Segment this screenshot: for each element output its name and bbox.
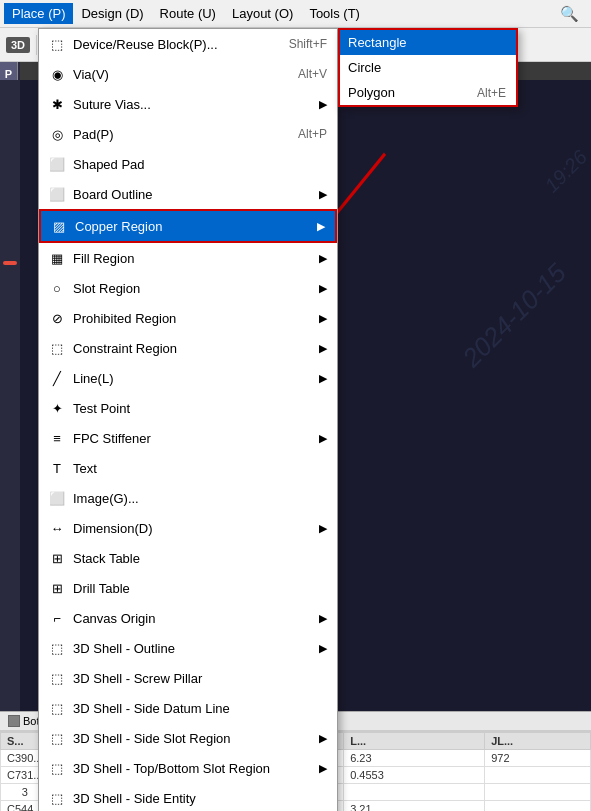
cell-l2-1: 0.4553: [344, 767, 485, 784]
3d-shell-top-bottom-slot-icon: ⬚: [47, 758, 67, 778]
menu-item-copper-region[interactable]: ▨ Copper Region ▶: [39, 209, 337, 243]
menubar-route[interactable]: Route (U): [152, 3, 224, 24]
search-icon[interactable]: 🔍: [552, 5, 587, 23]
menu-item-text-label: Text: [73, 461, 327, 476]
toolbar-sep-1: [36, 35, 37, 55]
menubar-design[interactable]: Design (D): [73, 3, 151, 24]
col-header-l2: L...: [344, 733, 485, 750]
menu-item-constraint-region[interactable]: ⬚ Constraint Region ▶: [39, 333, 337, 363]
line-icon: ╱: [47, 368, 67, 388]
menu-item-via-label: Via(V): [73, 67, 298, 82]
menu-item-device-reuse[interactable]: ⬚ Device/Reuse Block(P)... Shift+F: [39, 29, 337, 59]
menu-item-image[interactable]: ⬜ Image(G)...: [39, 483, 337, 513]
p-tab: P: [0, 62, 18, 80]
text-icon: T: [47, 458, 67, 478]
pad-icon: ◎: [47, 124, 67, 144]
menu-item-pad-shortcut: Alt+P: [298, 127, 327, 141]
submenu-item-rectangle[interactable]: Rectangle: [340, 30, 516, 55]
menu-item-line[interactable]: ╱ Line(L) ▶: [39, 363, 337, 393]
menu-item-test-point[interactable]: ✦ Test Point: [39, 393, 337, 423]
menubar-tools[interactable]: Tools (T): [301, 3, 368, 24]
cell-jl-2: [485, 784, 591, 801]
watermark-5: 19:26: [540, 146, 591, 198]
fpc-stiffener-submenu-arrow: ▶: [319, 432, 327, 445]
left-indicator-2: [3, 261, 17, 265]
constraint-region-submenu-arrow: ▶: [319, 342, 327, 355]
menu-item-fpc-stiffener[interactable]: ≡ FPC Stiffener ▶: [39, 423, 337, 453]
3d-shell-top-bottom-slot-submenu-arrow: ▶: [319, 762, 327, 775]
menu-item-prohibited-region[interactable]: ⊘ Prohibited Region ▶: [39, 303, 337, 333]
menu-item-suture-vias-label: Suture Vias...: [73, 97, 315, 112]
slot-region-submenu-arrow: ▶: [319, 282, 327, 295]
board-outline-submenu-arrow: ▶: [319, 188, 327, 201]
menu-item-stack-table[interactable]: ⊞ Stack Table: [39, 543, 337, 573]
menu-item-3d-shell-screw-label: 3D Shell - Screw Pillar: [73, 671, 327, 686]
menu-item-drill-table[interactable]: ⊞ Drill Table: [39, 573, 337, 603]
menu-item-text[interactable]: T Text: [39, 453, 337, 483]
cell-jl-0: 972: [485, 750, 591, 767]
canvas-origin-icon: ⌐: [47, 608, 67, 628]
menu-item-board-outline[interactable]: ⬜ Board Outline ▶: [39, 179, 337, 209]
menu-item-3d-shell-screw[interactable]: ⬚ 3D Shell - Screw Pillar: [39, 663, 337, 693]
menu-item-slot-region-label: Slot Region: [73, 281, 315, 296]
menu-item-constraint-region-label: Constraint Region: [73, 341, 315, 356]
stack-table-icon: ⊞: [47, 548, 67, 568]
cell-jl-1: [485, 767, 591, 784]
cell-l2-2: [344, 784, 485, 801]
toolbar-3d-badge: 3D: [6, 37, 30, 53]
constraint-region-icon: ⬚: [47, 338, 67, 358]
menu-item-via-shortcut: Alt+V: [298, 67, 327, 81]
menu-item-device-reuse-label: Device/Reuse Block(P)...: [73, 37, 289, 52]
menu-item-3d-shell-side-datum-label: 3D Shell - Side Datum Line: [73, 701, 327, 716]
canvas-origin-submenu-arrow: ▶: [319, 612, 327, 625]
via-icon: ◉: [47, 64, 67, 84]
menu-item-copper-region-label: Copper Region: [75, 219, 313, 234]
menubar-place[interactable]: Place (P): [4, 3, 73, 24]
submenu-circle-label: Circle: [348, 60, 506, 75]
menu-item-suture-vias[interactable]: ✱ Suture Vias... ▶: [39, 89, 337, 119]
submenu-item-polygon[interactable]: Polygon Alt+E: [340, 80, 516, 105]
menu-item-canvas-origin[interactable]: ⌐ Canvas Origin ▶: [39, 603, 337, 633]
device-reuse-icon: ⬚: [47, 34, 67, 54]
menu-item-3d-shell-side-slot-label: 3D Shell - Side Slot Region: [73, 731, 315, 746]
menu-item-via[interactable]: ◉ Via(V) Alt+V: [39, 59, 337, 89]
menu-item-pad[interactable]: ◎ Pad(P) Alt+P: [39, 119, 337, 149]
copper-region-submenu-arrow: ▶: [317, 220, 325, 233]
submenu-rectangle-label: Rectangle: [348, 35, 506, 50]
prohibited-region-icon: ⊘: [47, 308, 67, 328]
menu-item-3d-shell-side-entity-label: 3D Shell - Side Entity: [73, 791, 327, 806]
menu-item-shaped-pad[interactable]: ⬜ Shaped Pad: [39, 149, 337, 179]
menu-item-fill-region-label: Fill Region: [73, 251, 315, 266]
menu-item-prohibited-region-label: Prohibited Region: [73, 311, 315, 326]
dimension-submenu-arrow: ▶: [319, 522, 327, 535]
menu-item-pad-label: Pad(P): [73, 127, 298, 142]
menu-item-3d-shell-side-slot[interactable]: ⬚ 3D Shell - Side Slot Region ▶: [39, 723, 337, 753]
menu-item-drill-table-label: Drill Table: [73, 581, 327, 596]
menu-item-fill-region[interactable]: ▦ Fill Region ▶: [39, 243, 337, 273]
col-header-jl: JL...: [485, 733, 591, 750]
copper-region-submenu: Rectangle Circle Polygon Alt+E: [338, 28, 518, 107]
menu-item-dimension[interactable]: ↔ Dimension(D) ▶: [39, 513, 337, 543]
menu-item-3d-shell-outline-label: 3D Shell - Outline: [73, 641, 315, 656]
menubar: Place (P) Design (D) Route (U) Layout (O…: [0, 0, 591, 28]
slot-region-icon: ○: [47, 278, 67, 298]
fill-region-icon: ▦: [47, 248, 67, 268]
watermark-3: 2024-10-15: [457, 258, 573, 374]
menu-item-3d-shell-outline[interactable]: ⬚ 3D Shell - Outline ▶: [39, 633, 337, 663]
menu-item-3d-shell-side-datum[interactable]: ⬚ 3D Shell - Side Datum Line: [39, 693, 337, 723]
menu-item-shaped-pad-label: Shaped Pad: [73, 157, 327, 172]
submenu-item-circle[interactable]: Circle: [340, 55, 516, 80]
left-panel-indicator: [0, 62, 20, 711]
menubar-layout[interactable]: Layout (O): [224, 3, 301, 24]
menu-item-dimension-label: Dimension(D): [73, 521, 315, 536]
menu-item-image-label: Image(G)...: [73, 491, 327, 506]
menu-item-slot-region[interactable]: ○ Slot Region ▶: [39, 273, 337, 303]
3d-shell-outline-icon: ⬚: [47, 638, 67, 658]
suture-vias-icon: ✱: [47, 94, 67, 114]
place-menu: ⬚ Device/Reuse Block(P)... Shift+F ◉ Via…: [38, 28, 338, 811]
menu-item-3d-shell-top-bottom-slot[interactable]: ⬚ 3D Shell - Top/Bottom Slot Region ▶: [39, 753, 337, 783]
3d-shell-side-datum-icon: ⬚: [47, 698, 67, 718]
dimension-icon: ↔: [47, 518, 67, 538]
menu-item-3d-shell-side-entity[interactable]: ⬚ 3D Shell - Side Entity: [39, 783, 337, 811]
copper-region-icon: ▨: [49, 216, 69, 236]
